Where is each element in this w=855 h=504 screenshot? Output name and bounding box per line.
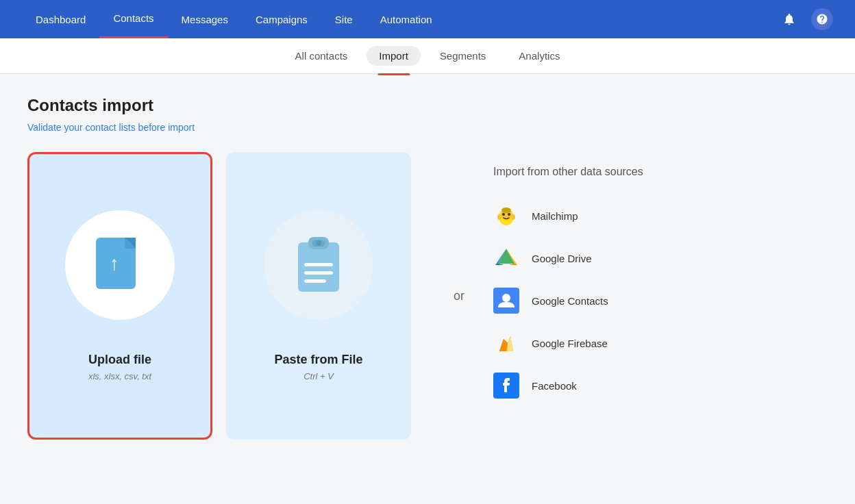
upload-file-card[interactable]: ↑ Upload file xls, xlsx, csv, txt bbox=[27, 152, 212, 440]
or-divider: or bbox=[438, 152, 480, 440]
google-firebase-icon bbox=[493, 330, 519, 356]
page-subtitle[interactable]: Validate your contact lists before impor… bbox=[27, 122, 828, 133]
nav-item-contacts[interactable]: Contacts bbox=[99, 0, 167, 38]
upload-file-sublabel: xls, xlsx, csv, txt bbox=[88, 371, 151, 381]
help-button[interactable] bbox=[811, 8, 833, 30]
paste-file-sublabel: Ctrl + V bbox=[303, 371, 334, 381]
svg-point-25 bbox=[502, 294, 510, 302]
facebook-label: Facebook bbox=[532, 380, 577, 392]
svg-point-16 bbox=[497, 214, 501, 220]
sub-navigation: All contacts Import Segments Analytics bbox=[0, 38, 855, 74]
notification-button[interactable] bbox=[778, 8, 800, 30]
tab-import[interactable]: Import bbox=[367, 46, 421, 66]
other-sources-panel: Import from other data sources bbox=[480, 152, 643, 407]
clipboard-icon bbox=[295, 234, 343, 296]
other-sources-title: Import from other data sources bbox=[493, 166, 643, 178]
source-item-google-contacts[interactable]: Google Contacts bbox=[493, 279, 643, 322]
svg-point-7 bbox=[316, 240, 321, 246]
svg-rect-9 bbox=[304, 271, 333, 275]
paste-from-file-card[interactable]: Paste from File Ctrl + V bbox=[226, 152, 411, 440]
paste-icon-circle bbox=[264, 210, 373, 320]
google-contacts-icon bbox=[493, 288, 519, 314]
upload-file-icon: ↑ bbox=[92, 234, 147, 296]
tab-all-contacts[interactable]: All contacts bbox=[282, 40, 362, 71]
nav-icons bbox=[778, 8, 833, 30]
source-item-facebook[interactable]: Facebook bbox=[493, 364, 643, 407]
tab-segments[interactable]: Segments bbox=[426, 40, 500, 71]
nav-item-site[interactable]: Site bbox=[321, 1, 367, 38]
svg-text:↑: ↑ bbox=[110, 253, 119, 274]
import-options-row: ↑ Upload file xls, xlsx, csv, txt bbox=[27, 152, 828, 440]
svg-point-15 bbox=[501, 207, 511, 213]
svg-rect-8 bbox=[304, 263, 333, 266]
page-title: Contacts import bbox=[27, 96, 828, 115]
top-navigation: Dashboard Contacts Messages Campaigns Si… bbox=[0, 0, 855, 38]
svg-point-13 bbox=[502, 213, 505, 216]
svg-point-14 bbox=[508, 213, 510, 216]
page-content: Contacts import Validate your contact li… bbox=[0, 74, 855, 462]
nav-item-campaigns[interactable]: Campaigns bbox=[242, 1, 321, 38]
google-drive-label: Google Drive bbox=[532, 253, 592, 264]
upload-file-label: Upload file bbox=[88, 353, 151, 367]
google-contacts-label: Google Contacts bbox=[532, 295, 608, 307]
source-item-google-drive[interactable]: Google Drive bbox=[493, 237, 643, 279]
question-icon bbox=[816, 13, 828, 25]
paste-file-label: Paste from File bbox=[274, 353, 362, 367]
mailchimp-label: Mailchimp bbox=[532, 210, 578, 222]
google-firebase-label: Google Firebase bbox=[532, 338, 608, 349]
source-item-google-firebase[interactable]: Google Firebase bbox=[493, 322, 643, 364]
google-drive-icon bbox=[493, 245, 519, 271]
source-item-mailchimp[interactable]: Mailchimp bbox=[493, 194, 643, 237]
mailchimp-icon bbox=[493, 203, 519, 229]
nav-item-automation[interactable]: Automation bbox=[367, 1, 446, 38]
bell-icon bbox=[782, 12, 796, 26]
facebook-icon bbox=[493, 373, 519, 399]
nav-item-messages[interactable]: Messages bbox=[168, 1, 242, 38]
svg-rect-10 bbox=[304, 279, 326, 283]
import-cards: ↑ Upload file xls, xlsx, csv, txt bbox=[27, 152, 411, 440]
nav-item-dashboard[interactable]: Dashboard bbox=[22, 1, 99, 38]
svg-rect-4 bbox=[298, 242, 339, 292]
nav-links: Dashboard Contacts Messages Campaigns Si… bbox=[22, 0, 446, 38]
tab-analytics[interactable]: Analytics bbox=[505, 40, 573, 71]
svg-point-17 bbox=[511, 214, 515, 220]
upload-file-icon-circle: ↑ bbox=[65, 210, 175, 320]
svg-marker-18 bbox=[498, 249, 515, 264]
